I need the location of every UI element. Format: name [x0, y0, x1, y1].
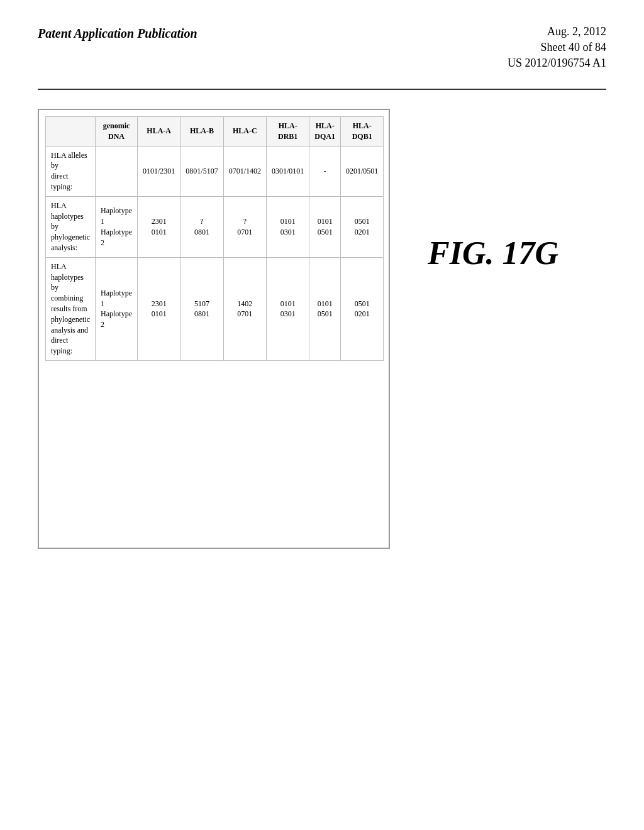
cell-genomic-dna: Haplotype 1 Haplotype 2: [95, 196, 137, 257]
row-label: HLA haplotypes by phylogenetic analysis:: [46, 196, 96, 257]
col-header-hla-drb1: HLA-DRB1: [267, 117, 309, 147]
cell-hla-b: 0801/5107: [180, 146, 223, 196]
cell-hla-dqb1: 0201/0501: [341, 146, 384, 196]
cell-hla-dqa1: -: [309, 146, 341, 196]
cell-hla-dqb1: 0501 0201: [341, 257, 384, 360]
page-header: Patent Application Publication Aug. 2, 2…: [0, 0, 644, 82]
figure-label: FIG. 17G: [428, 235, 558, 549]
cell-genomic-dna: [95, 146, 137, 196]
table-header-row: genomic DNA HLA-A HLA-B HLA-C HLA-DRB1 H…: [46, 117, 384, 147]
row-label: HLA alleles by direct typing:: [46, 146, 96, 196]
cell-hla-a: 2301 0101: [137, 196, 180, 257]
header-meta: Aug. 2, 2012 Sheet 40 of 84 US 2012/0196…: [508, 25, 606, 70]
col-header-row-label: [46, 117, 96, 147]
publication-date: Aug. 2, 2012: [547, 25, 606, 38]
cell-hla-dqb1: 0501 0201: [341, 196, 384, 257]
col-header-genomic-dna: genomic DNA: [95, 117, 137, 147]
table-row: HLA alleles by direct typing:0101/230108…: [46, 146, 384, 196]
cell-hla-c: 0701/1402: [223, 146, 266, 196]
cell-hla-a: 2301 0101: [137, 257, 180, 360]
col-header-hla-dqb1: HLA-DQB1: [341, 117, 384, 147]
cell-hla-b: 5107 0801: [180, 257, 223, 360]
hla-table: genomic DNA HLA-A HLA-B HLA-C HLA-DRB1 H…: [45, 116, 384, 361]
col-header-hla-dqa1: HLA-DQA1: [309, 117, 341, 147]
col-header-hla-b: HLA-B: [180, 117, 223, 147]
cell-hla-a: 0101/2301: [137, 146, 180, 196]
cell-hla-drb1: 0101 0301: [267, 257, 309, 360]
cell-hla-c: ? 0701: [223, 196, 266, 257]
cell-hla-c: 1402 0701: [223, 257, 266, 360]
table-row: HLA haplotypes by phylogenetic analysis:…: [46, 196, 384, 257]
table-row: HLA haplotypes by combining results from…: [46, 257, 384, 360]
col-header-hla-a: HLA-A: [137, 117, 180, 147]
header-divider: [38, 89, 606, 90]
cell-hla-b: ? 0801: [180, 196, 223, 257]
col-header-hla-c: HLA-C: [223, 117, 266, 147]
patent-number: US 2012/0196754 A1: [508, 57, 606, 70]
row-label: HLA haplotypes by combining results from…: [46, 257, 96, 360]
publication-title: Patent Application Publication: [38, 25, 197, 42]
table-container: genomic DNA HLA-A HLA-B HLA-C HLA-DRB1 H…: [38, 109, 390, 549]
cell-hla-dqa1: 0101 0501: [309, 257, 341, 360]
cell-genomic-dna: Haplotype 1 Haplotype 2: [95, 257, 137, 360]
cell-hla-drb1: 0101 0301: [267, 196, 309, 257]
cell-hla-dqa1: 0101 0501: [309, 196, 341, 257]
sheet-info: Sheet 40 of 84: [541, 41, 606, 54]
cell-hla-drb1: 0301/0101: [267, 146, 309, 196]
main-content: genomic DNA HLA-A HLA-B HLA-C HLA-DRB1 H…: [0, 96, 644, 562]
